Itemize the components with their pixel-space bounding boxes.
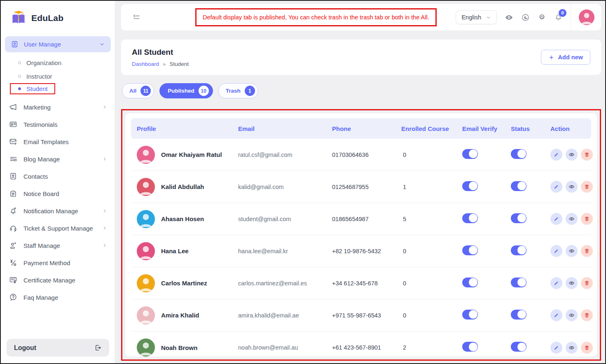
sidebar-subitem-instructor[interactable]: Instructor bbox=[18, 70, 111, 83]
email-verify-toggle[interactable] bbox=[462, 278, 478, 287]
delete-button[interactable] bbox=[581, 213, 593, 225]
view-button[interactable] bbox=[566, 245, 578, 257]
avatar-silhouette bbox=[137, 306, 155, 324]
delete-button[interactable] bbox=[581, 277, 593, 289]
notification-manage-icon bbox=[9, 207, 17, 215]
sidebar-item-notification-manage[interactable]: Notification Manage bbox=[5, 202, 111, 219]
sidebar-item-certificate-manage[interactable]: Certificate Manage bbox=[5, 271, 111, 289]
sidebar-item-notice-board[interactable]: Notice Board bbox=[5, 185, 111, 202]
chevron-down-icon bbox=[99, 41, 105, 47]
view-button[interactable] bbox=[566, 342, 578, 354]
topbar-divider bbox=[571, 4, 571, 30]
delete-button[interactable] bbox=[581, 342, 593, 354]
collapse-icon[interactable] bbox=[132, 13, 141, 22]
sidebar-item-staff-manage[interactable]: Staff Manage bbox=[5, 237, 111, 254]
sidebar-item-testimonials[interactable]: Testimonials bbox=[5, 116, 111, 133]
tab-all[interactable]: All 11 bbox=[122, 83, 154, 98]
email-verify-toggle[interactable] bbox=[462, 245, 478, 255]
sidebar-group-user-manage[interactable]: User Manage bbox=[5, 36, 111, 52]
add-new-button[interactable]: Add new bbox=[541, 50, 590, 65]
column-header-profile: Profile bbox=[137, 125, 238, 132]
moon-icon[interactable] bbox=[521, 13, 530, 22]
view-button[interactable] bbox=[566, 181, 578, 193]
language-select[interactable]: English bbox=[456, 10, 497, 24]
status-toggle[interactable] bbox=[511, 310, 526, 320]
avatar-silhouette bbox=[137, 274, 155, 292]
tab-published[interactable]: Published 10 bbox=[159, 83, 213, 98]
table-annotation-box: ProfileEmailPhoneEnrolled CourseEmail Ve… bbox=[121, 109, 601, 361]
status-toggle[interactable] bbox=[511, 245, 526, 255]
edit-button[interactable] bbox=[550, 342, 562, 354]
language-value: English bbox=[461, 14, 481, 21]
tab-trash[interactable]: Trash 1 bbox=[218, 83, 258, 98]
edit-button[interactable] bbox=[550, 277, 562, 289]
enrolled-count: 0 bbox=[401, 280, 462, 287]
sidebar-item-contacts[interactable]: Contacts bbox=[5, 168, 111, 185]
main-area: Default display tab is published, You ca… bbox=[115, 1, 605, 363]
view-button[interactable] bbox=[566, 149, 578, 161]
status-toggle[interactable] bbox=[511, 213, 526, 223]
email-verify-toggle[interactable] bbox=[462, 149, 478, 159]
edit-button[interactable] bbox=[550, 245, 562, 257]
view-button[interactable] bbox=[566, 309, 578, 321]
status-toggle[interactable] bbox=[511, 149, 526, 159]
avatar-silhouette bbox=[137, 210, 155, 228]
enrolled-count: 0 bbox=[401, 312, 462, 319]
sidebar-item-faq-manage[interactable]: Faq Manage bbox=[5, 289, 111, 306]
email-verify-toggle[interactable] bbox=[462, 181, 478, 191]
breadcrumb-dashboard[interactable]: Dashboard bbox=[132, 61, 159, 67]
sidebar-subitem-organization[interactable]: Organization bbox=[18, 56, 111, 70]
tab-count-badge: 10 bbox=[199, 86, 209, 96]
plus-icon bbox=[548, 54, 555, 61]
student-name: Carlos Martinez bbox=[161, 280, 207, 287]
avatar-silhouette bbox=[137, 338, 155, 357]
status-toggle[interactable] bbox=[511, 278, 526, 287]
delete-button[interactable] bbox=[581, 181, 593, 193]
eye-icon[interactable] bbox=[505, 13, 513, 22]
view-button[interactable] bbox=[566, 213, 578, 225]
table-row: Noah Brown noah.brown@email.au +61 423-5… bbox=[131, 331, 591, 357]
email-verify-toggle[interactable] bbox=[462, 310, 478, 320]
edit-button[interactable] bbox=[550, 149, 562, 161]
sidebar-item-marketing[interactable]: Marketing bbox=[5, 98, 111, 116]
column-header-action: Action bbox=[550, 125, 585, 132]
user-avatar[interactable] bbox=[579, 9, 594, 25]
edit-button[interactable] bbox=[550, 213, 562, 225]
chevron-right-icon bbox=[102, 225, 108, 231]
sidebar-item-ticket-support-manage[interactable]: Ticket & Support Manage bbox=[5, 219, 111, 237]
view-button[interactable] bbox=[566, 277, 578, 289]
email-verify-toggle[interactable] bbox=[462, 342, 478, 352]
student-phone: +34 612-345-678 bbox=[332, 280, 401, 287]
table-row: Hana Lee hana.lee@email.kr +82 10-9876-5… bbox=[131, 235, 591, 267]
delete-button[interactable] bbox=[581, 245, 593, 257]
column-header-phone: Phone bbox=[332, 125, 401, 132]
notifications-button[interactable]: 0 bbox=[554, 12, 563, 23]
gear-icon[interactable] bbox=[538, 13, 546, 22]
page-title: All Student bbox=[132, 48, 189, 57]
enrolled-count: 1 bbox=[401, 184, 462, 190]
add-new-label: Add new bbox=[558, 54, 583, 61]
student-avatar bbox=[137, 306, 155, 324]
sidebar-subitems: Organization Instructor Student bbox=[5, 52, 111, 98]
status-toggle[interactable] bbox=[511, 181, 526, 191]
trash-icon bbox=[584, 280, 590, 286]
delete-button[interactable] bbox=[581, 149, 593, 161]
logout-button[interactable]: Logout bbox=[7, 339, 109, 357]
email-verify-toggle[interactable] bbox=[462, 213, 478, 223]
sidebar-item-blog-manage[interactable]: Blog Manage bbox=[5, 150, 111, 168]
sidebar-subitem-student[interactable]: Student bbox=[10, 83, 55, 94]
table-row: Amira Khalid amira.khalid@email.ae +971 … bbox=[131, 299, 591, 331]
edit-button[interactable] bbox=[550, 181, 562, 193]
student-email: kalid@gmail.com bbox=[238, 184, 332, 190]
status-tabs: All 11 Published 10 Trash 1 bbox=[121, 83, 601, 98]
breadcrumb: Dashboard » Student bbox=[132, 61, 189, 67]
user-manage-icon bbox=[11, 40, 19, 48]
sidebar-item-payment-method[interactable]: Payment Method bbox=[5, 254, 111, 271]
delete-button[interactable] bbox=[581, 309, 593, 321]
sidebar-item-email-templates[interactable]: Email Templates bbox=[5, 133, 111, 150]
logout-icon bbox=[94, 344, 102, 352]
pencil-icon bbox=[553, 248, 559, 254]
edit-button[interactable] bbox=[550, 309, 562, 321]
trash-icon bbox=[584, 152, 590, 158]
status-toggle[interactable] bbox=[511, 342, 526, 352]
